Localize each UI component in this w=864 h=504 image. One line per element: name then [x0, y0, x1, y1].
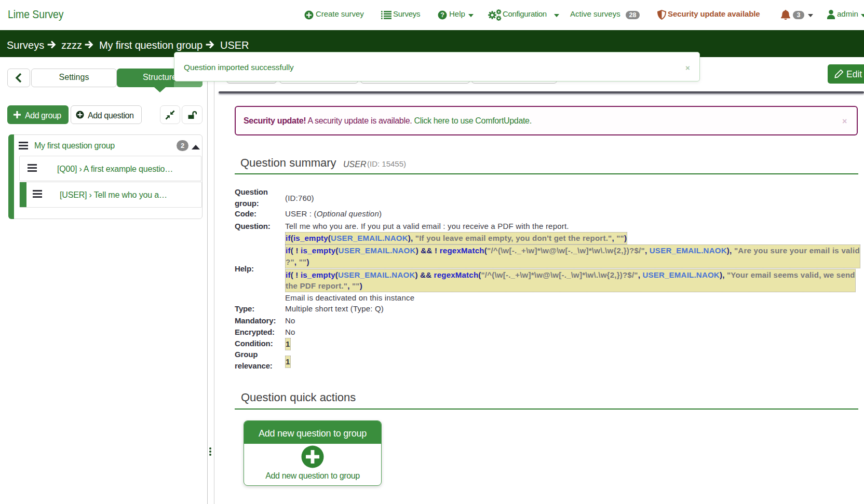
svg-text:?: ?	[440, 11, 444, 19]
